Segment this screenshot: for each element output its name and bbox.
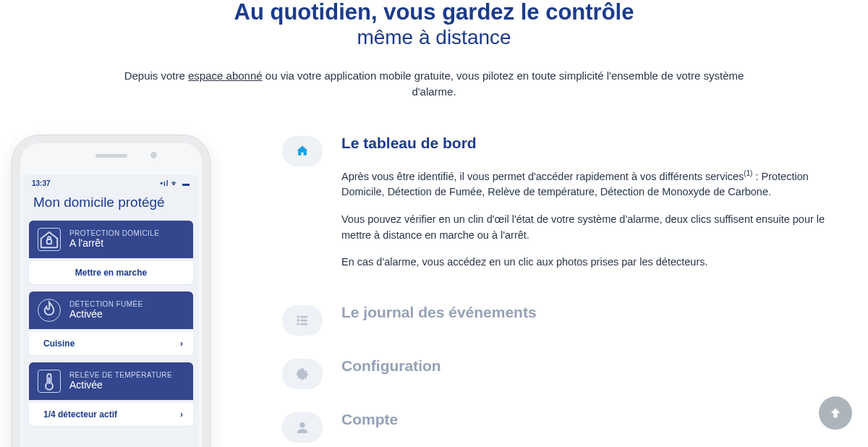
dashboard-p2: Vous pouvez vérifier en un clin d'œil l'… — [341, 212, 854, 244]
svg-rect-0 — [47, 239, 51, 244]
card-smoke-action-label: Cuisine — [43, 339, 75, 349]
svg-rect-3 — [301, 316, 307, 318]
accordion-item-journal[interactable]: Le journal des événements — [282, 304, 854, 336]
list-icon — [282, 305, 323, 336]
gear-icon — [282, 359, 323, 389]
card-smoke-state: Activée — [69, 308, 143, 320]
card-temperature[interactable]: RELÈVE DE TEMPÉRATURE Activée — [29, 362, 193, 400]
user-icon — [282, 412, 323, 443]
hero-intro: Depuis votre espace abonné ou via votre … — [105, 68, 763, 100]
thermometer-icon — [38, 370, 61, 393]
svg-rect-5 — [301, 320, 307, 321]
card-smoke-action[interactable]: Cuisine › — [29, 332, 193, 355]
flame-icon — [38, 299, 61, 322]
card-temp-sub: RELÈVE DE TEMPÉRATURE — [69, 371, 172, 379]
phone-mockup-column: 13:37 •ıl ᯤ ▬ Mon domicile protégé PROTE… — [0, 135, 231, 447]
dashboard-p1a: Après vous être identifié, il vous perme… — [341, 170, 744, 182]
phone-frame: 13:37 •ıl ᯤ ▬ Mon domicile protégé PROTE… — [12, 135, 210, 447]
card-smoke-sub: DÉTECTION FUMÉE — [69, 300, 143, 308]
accordion-config-title: Configuration — [341, 357, 441, 375]
card-protection-action-label: Mettre en marche — [75, 268, 147, 278]
card-smoke-detection[interactable]: DÉTECTION FUMÉE Activée — [29, 291, 193, 329]
dashboard-p3: En cas d'alarme, vous accédez en un clic… — [341, 255, 854, 271]
accordion-item-dashboard[interactable]: Le tableau de bord Après vous être ident… — [282, 135, 854, 283]
intro-suffix: ou via votre application mobile gratuite… — [263, 69, 744, 98]
app-screen-title: Mon domicile protégé — [23, 189, 199, 221]
accordion-dashboard-body: Après vous être identifié, il vous perme… — [341, 168, 854, 271]
accordion-item-account[interactable]: Compte — [282, 411, 854, 443]
accordion-item-config[interactable]: Configuration — [282, 357, 854, 389]
card-protection-action[interactable]: Mettre en marche — [29, 261, 193, 284]
svg-point-8 — [300, 423, 305, 428]
subscriber-area-link[interactable]: espace abonné — [188, 69, 263, 82]
accordion-journal-title: Le journal des événements — [341, 304, 537, 321]
svg-point-4 — [297, 320, 299, 322]
features-accordion: Le tableau de bord Après vous être ident… — [282, 135, 854, 447]
arrow-up-icon — [827, 405, 843, 421]
svg-point-2 — [297, 316, 299, 318]
status-signal-icon: •ıl ᯤ ▬ — [160, 179, 190, 187]
chevron-right-icon: › — [180, 409, 183, 420]
card-temp-action[interactable]: 1/4 détecteur actif › — [29, 403, 193, 426]
hero-heading: Au quotidien, vous gardez le contrôle mê… — [0, 0, 868, 100]
phone-screen: 13:37 •ıl ᯤ ▬ Mon domicile protégé PROTE… — [23, 175, 199, 447]
phone-statusbar: 13:37 •ıl ᯤ ▬ — [23, 175, 199, 189]
card-protection-sub: PROTECTION DOMICILE — [69, 229, 159, 237]
accordion-dashboard-title: Le tableau de bord — [341, 135, 854, 152]
hero-title-line2: même à distance — [29, 26, 839, 49]
chevron-right-icon: › — [180, 339, 183, 349]
house-lock-icon — [38, 228, 61, 251]
accordion-account-title: Compte — [341, 411, 398, 428]
intro-prefix: Depuis votre — [124, 69, 188, 82]
card-protection-domicile[interactable]: PROTECTION DOMICILE A l'arrêt — [29, 221, 193, 258]
card-temp-action-label: 1/4 détecteur actif — [43, 409, 117, 420]
svg-rect-7 — [301, 323, 307, 325]
footnote-ref: (1) — [744, 169, 752, 177]
hero-title-line1: Au quotidien, vous gardez le contrôle — [29, 0, 839, 25]
home-icon — [282, 136, 323, 166]
card-temp-state: Activée — [69, 379, 172, 391]
card-protection-state: A l'arrêt — [69, 237, 159, 249]
status-time: 13:37 — [32, 179, 51, 187]
scroll-to-top-button[interactable] — [819, 396, 852, 430]
svg-point-6 — [297, 323, 299, 325]
